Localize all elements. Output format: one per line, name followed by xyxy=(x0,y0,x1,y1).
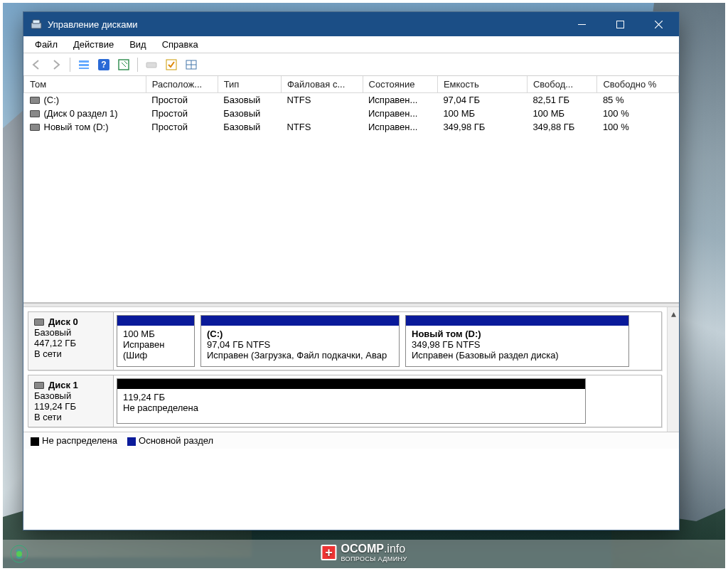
partition[interactable]: Новый том (D:) 349,98 ГБ NTFSИсправен (Б… xyxy=(405,315,629,367)
menu-file[interactable]: Файл xyxy=(28,38,65,51)
column-header[interactable]: Располож... xyxy=(146,76,218,93)
legend: Не распределена Основной раздел xyxy=(23,432,679,449)
volume-icon xyxy=(30,110,40,117)
disk-info: Диск 1 Базовый119,24 ГБВ сети xyxy=(28,375,114,427)
toolbar-separator xyxy=(137,58,138,72)
volume-icon xyxy=(30,124,40,131)
column-header[interactable]: Свобод... xyxy=(527,76,597,93)
disk-row[interactable]: Диск 1 Базовый119,24 ГБВ сети 119,24 ГБН… xyxy=(28,375,662,427)
menu-action[interactable]: Действие xyxy=(66,38,121,51)
svg-rect-3 xyxy=(616,21,623,28)
svg-text:?: ? xyxy=(101,60,106,70)
column-header[interactable]: Состояние xyxy=(363,76,437,93)
toolbar: ? xyxy=(23,53,679,76)
minimize-button[interactable] xyxy=(565,12,598,36)
toolbar-separator xyxy=(70,58,70,72)
help-icon[interactable]: ? xyxy=(95,56,112,73)
table-row[interactable]: (C:)ПростойБазовыйNTFSИсправен...97,04 Г… xyxy=(24,93,679,107)
legend-unallocated: Не распределена xyxy=(31,435,117,446)
disk-row[interactable]: Диск 0 Базовый447,12 ГБВ сети 100 МБИспр… xyxy=(28,311,662,370)
partition[interactable]: (C:) 97,04 ГБ NTFSИсправен (Загрузка, Фа… xyxy=(200,315,400,367)
column-header[interactable]: Том xyxy=(24,76,146,93)
disk-graphical-pane[interactable]: ▴ Диск 0 Базовый447,12 ГБВ сети 100 МБИс… xyxy=(23,306,679,432)
settings-check-icon[interactable] xyxy=(163,56,180,73)
menu-view[interactable]: Вид xyxy=(122,38,154,51)
partition[interactable]: 100 МБИсправен (Шиф xyxy=(117,315,195,367)
partition-bar xyxy=(406,316,628,326)
column-header[interactable]: Тип xyxy=(218,76,281,93)
partition-bar xyxy=(201,316,399,326)
forward-button[interactable] xyxy=(48,56,65,73)
menubar: Файл Действие Вид Справка xyxy=(23,36,679,53)
column-header[interactable]: Емкость xyxy=(437,76,527,93)
refresh-icon[interactable] xyxy=(115,56,132,73)
layout-icon[interactable] xyxy=(183,56,200,73)
svg-rect-1 xyxy=(33,20,40,23)
svg-rect-6 xyxy=(79,68,89,69)
maximize-button[interactable] xyxy=(604,12,636,36)
partition-bar xyxy=(117,379,585,389)
close-button[interactable] xyxy=(642,12,675,36)
partition[interactable]: 119,24 ГБНе распределена xyxy=(117,378,586,424)
titlebar[interactable]: Управление дисками xyxy=(23,12,679,36)
svg-point-16 xyxy=(16,551,22,557)
table-row[interactable]: Новый том (D:)ПростойБазовыйNTFSИсправен… xyxy=(24,120,679,134)
disk-icon xyxy=(34,382,44,389)
volume-table: ТомРасполож...ТипФайловая с...СостояниеЕ… xyxy=(23,76,679,134)
window-title: Управление дисками xyxy=(48,19,560,30)
app-icon xyxy=(31,18,42,30)
disk-info: Диск 0 Базовый447,12 ГБВ сети xyxy=(28,312,114,370)
menu-help[interactable]: Справка xyxy=(155,38,205,51)
svg-rect-10 xyxy=(146,63,156,68)
svg-rect-4 xyxy=(79,60,89,63)
disk-management-window: Управление дисками Файл Действие Вид Спр… xyxy=(23,11,680,530)
column-header[interactable]: Файловая с... xyxy=(281,76,363,93)
start-button[interactable] xyxy=(10,545,28,563)
svg-rect-5 xyxy=(79,64,89,66)
volume-icon xyxy=(30,97,40,104)
partition-bar xyxy=(117,316,194,326)
scrollbar-vertical[interactable]: ▴ xyxy=(667,307,679,432)
column-header[interactable]: Свободно % xyxy=(597,76,679,93)
disk-icon xyxy=(34,319,44,326)
volume-list-pane[interactable]: ТомРасполож...ТипФайловая с...СостояниеЕ… xyxy=(23,76,679,304)
back-button[interactable] xyxy=(28,56,45,73)
disk-icon[interactable] xyxy=(143,56,160,73)
watermark: + OCOMP.info ВОПРОСЫ АДМИНУ xyxy=(321,543,407,562)
svg-rect-2 xyxy=(578,24,586,25)
scroll-up-icon[interactable]: ▴ xyxy=(668,307,679,319)
view-list-icon[interactable] xyxy=(75,56,92,73)
legend-primary: Основной раздел xyxy=(127,435,213,446)
plus-icon: + xyxy=(321,545,336,560)
table-row[interactable]: (Диск 0 раздел 1)ПростойБазовыйИсправен.… xyxy=(24,107,679,120)
